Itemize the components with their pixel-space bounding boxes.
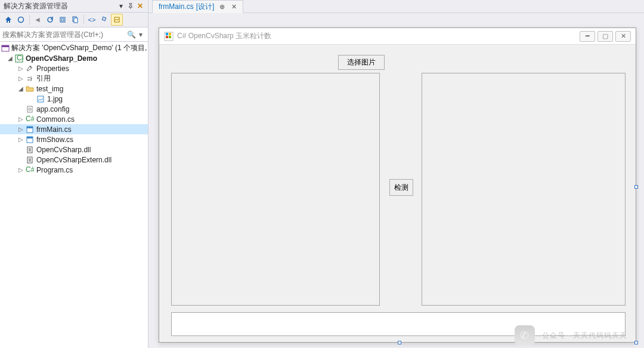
project-label: OpenCvSharp_Demo bbox=[26, 54, 97, 63]
svg-rect-24 bbox=[169, 33, 171, 35]
tab-file-label: frmMain.cs bbox=[159, 2, 194, 11]
file-appconfig-node[interactable]: app.config bbox=[0, 104, 148, 114]
references-node[interactable]: ▷ 引用 bbox=[0, 73, 148, 84]
preview-selected-items-icon[interactable] bbox=[111, 14, 123, 26]
toolbar-separator bbox=[29, 15, 30, 24]
resize-handle-right[interactable] bbox=[634, 185, 638, 189]
dll-file-icon bbox=[25, 155, 35, 165]
status-textbox[interactable] bbox=[171, 312, 626, 336]
node-label: OpenCvSharpExtern.dll bbox=[36, 156, 112, 164]
document-tabstrip: frmMain.cs [设计] ⊕ ✕ bbox=[148, 0, 644, 13]
tab-mode-label: [设计] bbox=[196, 2, 215, 12]
expand-icon[interactable]: ▷ bbox=[17, 136, 25, 143]
folder-test-img-node[interactable]: ◢ test_img bbox=[0, 84, 148, 94]
node-label: 引用 bbox=[36, 73, 51, 84]
button-label: 检测 bbox=[394, 183, 408, 193]
svg-rect-23 bbox=[166, 33, 168, 35]
svg-rect-1 bbox=[60, 17, 65, 22]
form-file-icon bbox=[25, 125, 35, 134]
expand-icon[interactable]: ▷ bbox=[17, 167, 25, 173]
file-frmmain-cs-node[interactable]: ▷ frmMain.cs bbox=[0, 124, 148, 134]
svg-text:C#: C# bbox=[17, 54, 23, 62]
solution-tree: 解决方案 'OpenCvSharp_Demo' (1 个项目, 共 1 ◢ C#… bbox=[0, 42, 148, 348]
select-image-button[interactable]: 选择图片 bbox=[338, 55, 385, 70]
svg-rect-14 bbox=[27, 127, 33, 128]
solution-label: 解决方案 'OpenCvSharp_Demo' (1 个项目, 共 1 bbox=[11, 43, 148, 53]
back-icon[interactable]: ◄ bbox=[32, 14, 44, 26]
references-icon bbox=[25, 74, 35, 84]
expand-icon[interactable]: ▷ bbox=[17, 126, 25, 133]
solution-explorer-panel: 解决方案资源管理器 ▾ ✕ ◄ <> 🔍 ▾ 解决方案 'OpenCvSharp… bbox=[0, 0, 148, 348]
node-label: frmMain.cs bbox=[36, 125, 72, 134]
picturebox-right[interactable] bbox=[422, 73, 626, 306]
expand-icon[interactable]: ▷ bbox=[17, 65, 25, 72]
node-label: Common.cs bbox=[36, 115, 75, 124]
maximize-icon[interactable]: ▢ bbox=[597, 31, 613, 42]
form-client-area[interactable]: 选择图片 检测 bbox=[159, 45, 636, 342]
solution-explorer-title: 解决方案资源管理器 bbox=[4, 1, 116, 11]
file-frmshow-cs-node[interactable]: ▷ frmShow.cs bbox=[0, 134, 148, 144]
svg-rect-3 bbox=[74, 18, 78, 23]
resize-handle-bottom[interactable] bbox=[398, 341, 401, 344]
refresh-icon[interactable] bbox=[44, 14, 56, 26]
home-icon[interactable] bbox=[2, 14, 14, 26]
pin-icon[interactable]: ⊕ bbox=[218, 3, 226, 11]
solution-explorer-toolbar: ◄ <> bbox=[0, 13, 148, 27]
tab-frmmain-design[interactable]: frmMain.cs [设计] ⊕ ✕ bbox=[152, 0, 243, 13]
svg-rect-22 bbox=[169, 36, 171, 38]
folder-icon bbox=[25, 84, 35, 94]
node-label: test_img bbox=[36, 85, 63, 93]
expand-icon[interactable]: ▷ bbox=[17, 75, 25, 82]
search-dropdown-icon[interactable]: ▾ bbox=[136, 30, 145, 39]
search-input[interactable] bbox=[2, 28, 126, 41]
file-opencvsharpextern-dll-node[interactable]: OpenCvSharpExtern.dll bbox=[0, 155, 148, 165]
picturebox-left[interactable] bbox=[171, 73, 380, 306]
solution-explorer-search[interactable]: 🔍 ▾ bbox=[0, 27, 148, 42]
node-label: app.config bbox=[36, 105, 69, 113]
detect-button[interactable]: 检测 bbox=[389, 179, 413, 196]
node-label: OpenCvSharp.dll bbox=[36, 146, 91, 154]
button-label: 选择图片 bbox=[347, 57, 376, 67]
search-icon[interactable]: 🔍 bbox=[126, 30, 136, 39]
svg-text:C#: C# bbox=[26, 116, 34, 123]
solution-node[interactable]: 解决方案 'OpenCvSharp_Demo' (1 个项目, 共 1 bbox=[0, 43, 148, 53]
file-program-cs-node[interactable]: ▷ C# Program.cs bbox=[0, 165, 148, 175]
config-file-icon bbox=[25, 104, 35, 114]
circle-icon[interactable] bbox=[15, 14, 27, 26]
form-caption: C# OpenCvSharp 玉米粒计数 bbox=[177, 31, 271, 41]
pin-icon[interactable] bbox=[126, 2, 135, 10]
svg-rect-21 bbox=[166, 36, 168, 38]
form-file-icon bbox=[25, 135, 35, 144]
project-node[interactable]: ◢ C# OpenCvSharp_Demo bbox=[0, 53, 148, 63]
view-code-icon[interactable]: <> bbox=[86, 14, 98, 26]
properties-icon[interactable] bbox=[98, 14, 110, 26]
collapse-icon[interactable]: ◢ bbox=[6, 55, 14, 61]
collapse-all-icon[interactable] bbox=[57, 14, 69, 26]
properties-node[interactable]: ▷ Properties bbox=[0, 63, 148, 73]
svg-rect-16 bbox=[27, 137, 33, 138]
node-label: 1.jpg bbox=[47, 95, 63, 103]
resize-handle-corner[interactable] bbox=[634, 341, 638, 344]
form-window[interactable]: C# OpenCvSharp 玉米粒计数 ━ ▢ ✕ 选择图片 检测 bbox=[159, 27, 636, 343]
collapse-icon[interactable]: ◢ bbox=[17, 85, 25, 92]
cs-file-icon: C# bbox=[25, 115, 35, 124]
image-file-icon bbox=[36, 94, 45, 104]
svg-point-0 bbox=[18, 17, 24, 23]
file-opencvsharp-dll-node[interactable]: OpenCvSharp.dll bbox=[0, 144, 148, 155]
designer-surface[interactable]: C# OpenCvSharp 玉米粒计数 ━ ▢ ✕ 选择图片 检测 bbox=[148, 13, 644, 348]
form-app-icon bbox=[164, 32, 174, 41]
svg-rect-6 bbox=[2, 45, 9, 47]
dropdown-icon[interactable]: ▾ bbox=[117, 2, 125, 10]
form-titlebar: C# OpenCvSharp 玉米粒计数 ━ ▢ ✕ bbox=[159, 28, 636, 45]
node-label: Program.cs bbox=[36, 166, 73, 174]
close-icon[interactable]: ✕ bbox=[615, 31, 631, 42]
close-icon[interactable]: ✕ bbox=[230, 3, 238, 11]
solution-explorer-titlebar: 解决方案资源管理器 ▾ ✕ bbox=[0, 0, 148, 13]
minimize-icon[interactable]: ━ bbox=[580, 31, 595, 42]
node-label: frmShow.cs bbox=[36, 135, 73, 144]
expand-icon[interactable]: ▷ bbox=[17, 116, 25, 122]
file-1jpg-node[interactable]: 1.jpg bbox=[0, 94, 148, 104]
close-icon[interactable]: ✕ bbox=[136, 2, 144, 10]
show-all-files-icon[interactable] bbox=[69, 14, 81, 26]
file-common-cs-node[interactable]: ▷ C# Common.cs bbox=[0, 114, 148, 124]
